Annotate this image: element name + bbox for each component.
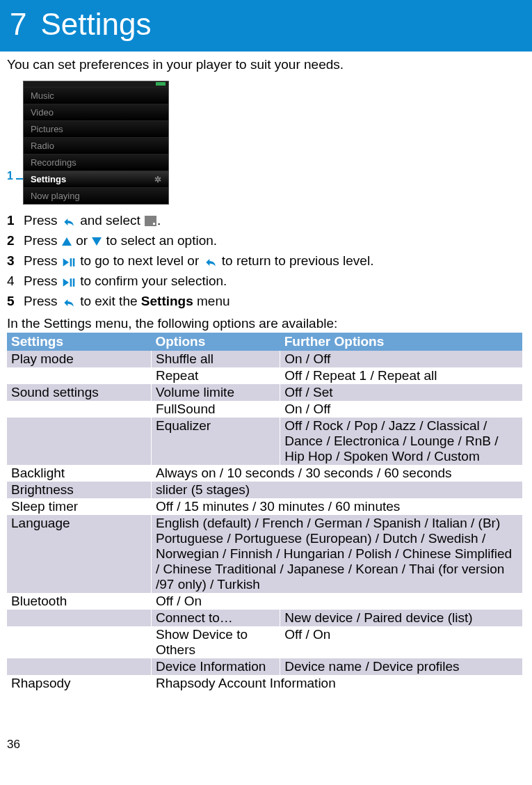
cell-option: Off / On xyxy=(151,593,522,610)
step-body: Press or to select an option. xyxy=(24,233,522,248)
step: 4Press to confirm your selection. xyxy=(7,273,522,289)
cell-setting: Language xyxy=(7,515,151,593)
cell-option: English (default) / French / German / Sp… xyxy=(151,515,522,593)
cell-setting: Sound settings xyxy=(7,384,151,401)
cell-option: Repeat xyxy=(151,367,280,384)
th-options: Options xyxy=(151,333,280,351)
back-icon xyxy=(62,296,76,308)
table-intro: In the Settings menu, the following opti… xyxy=(7,316,522,331)
table-row: EqualizerOff / Rock / Pop / Jazz / Class… xyxy=(7,418,522,465)
device-statusbar xyxy=(24,81,168,87)
table-row: LanguageEnglish (default) / French / Ger… xyxy=(7,515,522,593)
table-row: BluetoothOff / On xyxy=(7,593,522,610)
cell-option: Shuffle all xyxy=(151,351,280,367)
chapter-title: Settings xyxy=(40,7,151,41)
cell-option: Volume limite xyxy=(151,384,280,401)
back-icon xyxy=(62,216,76,227)
gear-icon: ✲ xyxy=(154,175,161,184)
device-menu-item: Music xyxy=(24,87,168,104)
table-row: Sleep timerOff / 15 minutes / 30 minutes… xyxy=(7,498,522,515)
cell-option: Equalizer xyxy=(151,418,280,465)
device-menu-item: Now playing xyxy=(24,187,168,204)
step-number: 4 xyxy=(7,273,24,289)
settings-table: Settings Options Further Options Play mo… xyxy=(7,333,522,692)
cell-further: Off / Repeat 1 / Repeat all xyxy=(280,367,522,384)
cell-option: Connect to… xyxy=(151,610,280,626)
cell-further: On / Off xyxy=(280,351,522,367)
steps-list: 1Press and select .2Press or to select a… xyxy=(7,213,522,309)
cell-setting: Sleep timer xyxy=(7,498,151,515)
cell-option: FullSound xyxy=(151,401,280,418)
step: 3Press to go to next level or to return … xyxy=(7,253,522,269)
callout-line xyxy=(16,178,23,180)
step: 1Press and select . xyxy=(7,213,522,228)
device-menu-item-settings: Settings✲ xyxy=(24,171,168,187)
device-menu-item: Pictures xyxy=(24,120,168,137)
cell-option: Show Device to Others xyxy=(151,626,280,658)
step-body: Press and select . xyxy=(24,213,522,228)
cell-setting: Play mode xyxy=(7,351,151,367)
cell-setting: Rhapsody xyxy=(7,675,151,692)
device-menu-item: Recordings xyxy=(24,154,168,171)
cell-option: slider (5 stages) xyxy=(151,482,522,498)
th-further: Further Options xyxy=(280,333,522,351)
cell-further: Off / Set xyxy=(280,384,522,401)
cell-further: New device / Paired device (list) xyxy=(280,610,522,626)
table-row: RhapsodyRhapsody Account Information xyxy=(7,675,522,692)
th-settings: Settings xyxy=(7,333,151,351)
step: 2Press or to select an option. xyxy=(7,233,522,248)
device-menu-item: Radio xyxy=(24,137,168,154)
svg-rect-3 xyxy=(73,278,75,287)
cell-setting xyxy=(7,658,151,675)
battery-icon xyxy=(156,82,166,86)
cell-setting: Backlight xyxy=(7,465,151,482)
cell-setting xyxy=(7,418,151,465)
cell-option: Off / 15 minutes / 30 minutes / 60 minut… xyxy=(151,498,522,515)
triangle-down-icon xyxy=(92,237,102,246)
cell-further: Off / Rock / Pop / Jazz / Classical / Da… xyxy=(280,418,522,465)
cell-further: On / Off xyxy=(280,401,522,418)
table-row: Brightnessslider (5 stages) xyxy=(7,482,522,498)
step-number: 3 xyxy=(7,253,24,269)
table-row: Sound settingsVolume limiteOff / Set xyxy=(7,384,522,401)
cell-setting: Bluetooth xyxy=(7,593,151,610)
table-row: FullSoundOn / Off xyxy=(7,401,522,418)
chapter-number: 7 xyxy=(10,7,26,41)
table-row: Device InformationDevice name / Device p… xyxy=(7,658,522,675)
cell-setting xyxy=(7,626,151,658)
step-body: Press to exit the Settings menu xyxy=(24,294,522,309)
svg-rect-1 xyxy=(73,258,75,267)
back-icon xyxy=(204,256,218,267)
step-body: Press to confirm your selection. xyxy=(24,273,522,289)
step-number: 2 xyxy=(7,233,24,248)
table-row: Show Device to OthersOff / On xyxy=(7,626,522,658)
triangle-up-icon xyxy=(62,237,72,246)
chapter-banner: 7Settings xyxy=(0,0,532,51)
device-menu-list: MusicVideoPicturesRadioRecordingsSetting… xyxy=(24,87,168,204)
step-body: Press to go to next level or to return t… xyxy=(24,253,522,269)
svg-rect-2 xyxy=(70,278,72,287)
cell-setting xyxy=(7,610,151,626)
device-screenshot: 1 MusicVideoPicturesRadioRecordingsSetti… xyxy=(7,81,522,205)
callout-number: 1 xyxy=(7,170,13,182)
step-number: 1 xyxy=(7,213,24,228)
intro-text: You can set preferences in your player t… xyxy=(7,57,522,72)
device-frame: MusicVideoPicturesRadioRecordingsSetting… xyxy=(23,81,169,205)
table-row: Play modeShuffle allOn / Off xyxy=(7,351,522,367)
device-menu-item: Video xyxy=(24,104,168,120)
svg-rect-0 xyxy=(70,258,72,267)
play-pause-icon xyxy=(62,256,76,267)
settings-tile-icon xyxy=(145,216,156,226)
table-row: Connect to…New device / Paired device (l… xyxy=(7,610,522,626)
cell-option: Always on / 10 seconds / 30 seconds / 60… xyxy=(151,465,522,482)
bold-text: Settings xyxy=(141,294,193,308)
play-pause-icon xyxy=(62,276,76,287)
page-number: 36 xyxy=(7,738,532,752)
table-row: RepeatOff / Repeat 1 / Repeat all xyxy=(7,367,522,384)
cell-setting xyxy=(7,367,151,384)
cell-option: Rhapsody Account Information xyxy=(151,675,522,692)
cell-further: Device name / Device profiles xyxy=(280,658,522,675)
step: 5Press to exit the Settings menu xyxy=(7,294,522,309)
table-row: BacklightAlways on / 10 seconds / 30 sec… xyxy=(7,465,522,482)
cell-option: Device Information xyxy=(151,658,280,675)
